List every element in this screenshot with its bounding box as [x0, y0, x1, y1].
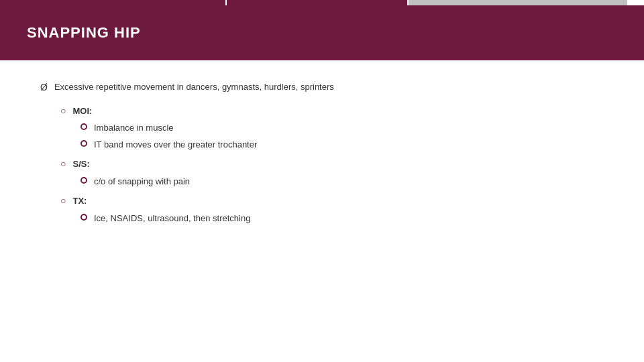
progress-segment-2: [227, 0, 407, 5]
ss-item-1: c/o of snapping with pain: [80, 175, 604, 188]
moi-item-2-icon: [80, 140, 87, 147]
moi-section: ○ MOI: Imbalance in muscle IT band moves…: [60, 105, 604, 152]
progress-segment-3: [409, 0, 627, 5]
content: Ø Excessive repetitive movement in dance…: [0, 60, 644, 251]
moi-item-2: IT band moves over the greater trochante…: [80, 138, 604, 152]
ss-items: c/o of snapping with pain: [80, 175, 604, 188]
header: SNAPPING HIP: [0, 5, 644, 60]
moi-header: ○ MOI:: [60, 105, 604, 118]
main-bullet: Ø Excessive repetitive movement in dance…: [40, 80, 604, 94]
tx-items: Ice, NSAIDS, ultrasound, then stretching: [80, 212, 604, 225]
tx-item-1-text: Ice, NSAIDS, ultrasound, then stretching: [94, 212, 250, 225]
ss-header: ○ S/S:: [60, 158, 604, 171]
ss-item-1-text: c/o of snapping with pain: [94, 175, 190, 188]
moi-item-1-text: Imbalance in muscle: [94, 121, 174, 135]
tx-label: TX:: [72, 194, 87, 208]
tx-bullet-icon: ○: [60, 195, 66, 206]
page-title: SNAPPING HIP: [27, 24, 141, 41]
main-bullet-arrow: Ø: [40, 82, 48, 93]
moi-item-1-icon: [80, 123, 87, 130]
progress-bar-container: [0, 0, 644, 5]
moi-item-1: Imbalance in muscle: [80, 121, 604, 135]
tx-section: ○ TX: Ice, NSAIDS, ultrasound, then stre…: [60, 194, 604, 225]
tx-header: ○ TX:: [60, 194, 604, 208]
ss-bullet-icon: ○: [60, 158, 66, 169]
moi-label: MOI:: [72, 105, 92, 118]
progress-segment-1: [0, 0, 225, 5]
moi-items: Imbalance in muscle IT band moves over t…: [80, 121, 604, 151]
ss-section: ○ S/S: c/o of snapping with pain: [60, 158, 604, 188]
moi-bullet-icon: ○: [60, 105, 66, 116]
tx-item-1-icon: [80, 214, 87, 221]
ss-item-1-icon: [80, 177, 87, 184]
main-bullet-text: Excessive repetitive movement in dancers…: [54, 80, 334, 94]
tx-item-1: Ice, NSAIDS, ultrasound, then stretching: [80, 212, 604, 225]
ss-label: S/S:: [72, 158, 89, 171]
moi-item-2-text: IT band moves over the greater trochante…: [94, 138, 257, 152]
